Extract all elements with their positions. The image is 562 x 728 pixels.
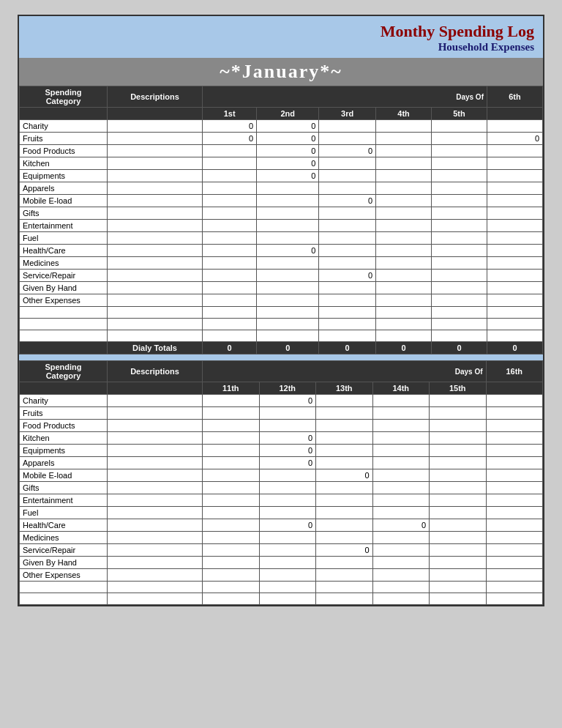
s2-val-13-2 — [316, 557, 373, 569]
table-row: Entertainment — [20, 220, 543, 232]
s2-val-12-2: 0 — [316, 544, 373, 557]
s2-val-5-1: 0 — [259, 457, 316, 469]
s1-val-4-1: 0 — [257, 170, 319, 182]
s2-val-2-4 — [430, 420, 487, 432]
s2-val-2-2 — [316, 420, 373, 432]
s1-4th-header: 4th — [376, 108, 432, 120]
table-row: Entertainment — [20, 494, 543, 507]
s2-val-0-4 — [430, 395, 487, 407]
s1-val-6-3 — [376, 195, 432, 207]
s1-total-4: 0 — [376, 342, 432, 354]
table-row: Service/Repair0 — [20, 270, 543, 282]
s2-val-16-3 — [372, 593, 430, 605]
s2-val-10-1: 0 — [259, 519, 316, 532]
s1-val-10-3 — [376, 245, 432, 257]
s1-val-8-3 — [376, 220, 432, 232]
s2-val-11-4 — [430, 532, 487, 544]
s1-cat-6: Mobile E-load — [20, 195, 108, 207]
s1-val-10-2 — [319, 245, 376, 257]
s1-val-3-4 — [432, 157, 487, 170]
s2-desc-8 — [108, 494, 203, 507]
s2-16th-subheader — [486, 382, 543, 395]
s1-val-5-1 — [257, 182, 319, 195]
s2-val-2-1 — [259, 420, 316, 432]
table-row: Fuel — [20, 232, 543, 245]
s2-val-6-5 — [486, 469, 543, 482]
table-row: Fuel — [20, 507, 543, 519]
s2-val-1-0 — [203, 407, 260, 420]
table-row — [20, 582, 543, 593]
s2-val-12-3 — [372, 544, 430, 557]
s1-val-17-4 — [432, 330, 487, 342]
table-row: Equipments0 — [20, 445, 543, 457]
s2-val-1-4 — [430, 407, 487, 420]
s1-5th-header: 5th — [432, 108, 487, 120]
s2-val-3-5 — [486, 432, 543, 445]
s1-val-7-1 — [257, 207, 319, 220]
s1-val-4-2 — [319, 170, 376, 182]
s1-val-2-3 — [376, 145, 432, 157]
s1-desc-8 — [108, 220, 203, 232]
section1-header-row: SpendingCategory Descriptions Days Of 6t… — [20, 86, 543, 108]
s2-val-12-0 — [203, 544, 260, 557]
s1-desc-11 — [108, 257, 203, 270]
table-row: Other Expenses — [20, 569, 543, 582]
s1-total-1: 0 — [203, 342, 257, 354]
s2-14th-header: 14th — [372, 382, 430, 395]
s2-val-6-1 — [259, 469, 316, 482]
s1-val-8-0 — [203, 220, 257, 232]
s2-val-7-3 — [372, 482, 430, 494]
s2-val-6-0 — [203, 469, 260, 482]
table-row: Health/Care0 — [20, 245, 543, 257]
s1-val-1-0: 0 — [203, 133, 257, 145]
s2-cat-6: Mobile E-load — [20, 469, 108, 482]
s1-val-16-2 — [319, 319, 376, 330]
s2-val-7-4 — [430, 482, 487, 494]
s2-val-12-4 — [430, 544, 487, 557]
s1-val-17-0 — [203, 330, 257, 342]
s1-3rd-header: 3rd — [319, 108, 376, 120]
s1-val-4-3 — [376, 170, 432, 182]
s2-val-2-5 — [486, 420, 543, 432]
s1-val-6-4 — [432, 195, 487, 207]
s2-val-1-5 — [486, 407, 543, 420]
s1-val-15-3 — [376, 307, 432, 319]
s1-val-1-4 — [432, 133, 487, 145]
s1-desc-1 — [108, 133, 203, 145]
s1-val-9-5 — [487, 232, 542, 245]
s1-val-16-1 — [257, 319, 319, 330]
s1-val-1-1: 0 — [257, 133, 319, 145]
s1-val-16-3 — [376, 319, 432, 330]
s1-desc-10 — [108, 245, 203, 257]
table-row: Equipments0 — [20, 170, 543, 182]
s2-val-8-4 — [430, 494, 487, 507]
header-section: Monthy Spending Log Household Expenses — [19, 16, 543, 58]
s1-val-16-0 — [203, 319, 257, 330]
s2-val-9-4 — [430, 507, 487, 519]
s2-cat-0: Charity — [20, 395, 108, 407]
s1-totals-label: Dialy Totals — [108, 342, 203, 354]
table-row: Gifts — [20, 207, 543, 220]
s2-val-1-2 — [316, 407, 373, 420]
s2-val-9-0 — [203, 507, 260, 519]
s1-desc-15 — [108, 307, 203, 319]
s1-val-12-1 — [257, 270, 319, 282]
main-title: Monthy Spending Log — [28, 22, 534, 41]
s2-cat-subheader — [20, 382, 108, 395]
s1-val-1-5: 0 — [487, 133, 542, 145]
s2-val-15-2 — [316, 582, 373, 593]
s2-cat-13: Given By Hand — [20, 557, 108, 569]
s1-val-5-4 — [432, 182, 487, 195]
s1-cat-5: Apparels — [20, 182, 108, 195]
s2-cat-8: Entertainment — [20, 494, 108, 507]
s2-val-4-3 — [372, 445, 430, 457]
s1-val-17-1 — [257, 330, 319, 342]
s1-val-14-5 — [487, 294, 542, 307]
s2-desc-subheader — [108, 382, 203, 395]
s1-cat-subheader — [20, 108, 108, 120]
s1-total-3: 0 — [319, 342, 376, 354]
table-row: Charity00 — [20, 120, 543, 133]
s1-val-5-0 — [203, 182, 257, 195]
s1-val-3-0 — [203, 157, 257, 170]
subtitle: Household Expenses — [28, 41, 534, 53]
